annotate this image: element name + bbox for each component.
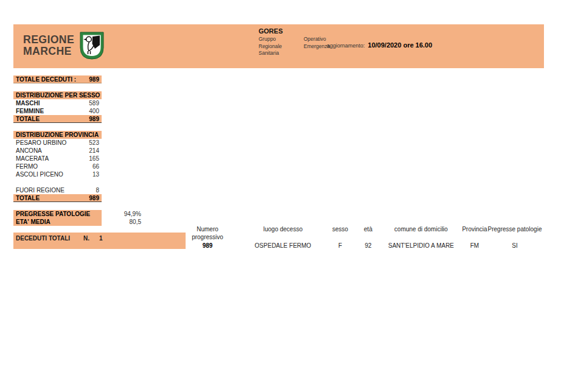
gores-block: GORES Gruppo Operativo Regionale Emergen… [259, 27, 330, 56]
pathologies-age-section: PREGRESSE PATOLOGIE ETA' MEDIA 94,9% 80,… [13, 210, 159, 226]
table-value-luogo-decesso: OSPEDALE FERMO [244, 242, 322, 250]
update-label: aggiornamento: [327, 43, 365, 49]
fuori-regione-value: 8 [96, 186, 99, 194]
province-distribution-header: DISTRIBUZIONE PROVINCIA [13, 131, 102, 139]
logo-text-line2: MARCHE [23, 46, 74, 57]
gores-word-emergenza: Emergenza [304, 44, 330, 49]
fermo-label: FERMO [16, 163, 38, 170]
table-value-sesso: F [325, 242, 355, 250]
macerata-label: MACERATA [16, 155, 49, 163]
pesaro-urbino-value: 523 [89, 139, 99, 147]
sex-row-maschi: MASCHI 589 [13, 99, 102, 107]
province-row-ancona: ANCONA 214 [13, 147, 102, 155]
table-column-comune-domicilio: comune di domicilio SANT'ELPIDIO A MARE [378, 225, 464, 250]
ancona-label: ANCONA [16, 147, 42, 155]
update-datetime: 10/09/2020 ore 16.00 [368, 41, 433, 49]
maschi-label: MASCHI [16, 99, 40, 107]
gores-word-regionale: Regionale [259, 44, 304, 49]
total-deaths-section: TOTALE DECEDUTI : 989 [13, 75, 102, 83]
province-row-fermo: FERMO 66 [13, 163, 102, 170]
province-total-value: 989 [89, 194, 99, 202]
deceduti-totali-label: DECEDUTI TOTALI [16, 234, 70, 242]
table-header-comune-domicilio: comune di domicilio [378, 225, 464, 241]
ascoli-piceno-value: 13 [92, 170, 99, 178]
regione-marche-logo: REGIONE MARCHE [23, 31, 105, 60]
pregresse-patologie-label: PREGRESSE PATOLOGIE [16, 210, 90, 218]
sex-distribution-header: DISTRIBUZIONE PER SESSO [13, 91, 102, 99]
sex-distribution-section: DISTRIBUZIONE PER SESSO MASCHI 589 FEMMI… [13, 91, 102, 123]
sex-total-row: TOTALE 989 [13, 115, 102, 123]
sex-distribution-title: DISTRIBUZIONE PER SESSO [16, 91, 100, 99]
table-value-comune-domicilio: SANT'ELPIDIO A MARE [378, 242, 464, 250]
pathologies-age-box: PREGRESSE PATOLOGIE ETA' MEDIA [13, 210, 102, 226]
ancona-value: 214 [89, 147, 99, 155]
province-empty-row [13, 178, 102, 186]
marche-shield-woodpecker-icon [79, 31, 105, 60]
province-row-macerata: MACERATA 165 [13, 155, 102, 163]
header-banner: REGIONE MARCHE GORES Gruppo Operativo Re… [13, 24, 544, 68]
fermo-value: 66 [92, 163, 99, 170]
deceduti-totali-n-label: N. [83, 234, 89, 242]
total-deaths-label: TOTALE DECEDUTI : [16, 75, 76, 83]
province-row-fuori-regione: FUORI REGIONE 8 [13, 186, 102, 194]
table-header-pregresse-patologie: Pregresse patologie [478, 225, 551, 241]
deceduti-totali-box: DECEDUTI TOTALI N. 1 [13, 233, 186, 249]
table-header-sesso: sesso [325, 225, 355, 241]
eta-media-value: 80,5 [116, 218, 141, 226]
table-column-pregresse-patologie: Pregresse patologie SI [478, 225, 551, 250]
total-deaths-row: TOTALE DECEDUTI : 989 [13, 75, 102, 83]
maschi-value: 589 [89, 99, 99, 107]
eta-media-row: ETA' MEDIA [13, 218, 102, 226]
fuori-regione-label: FUORI REGIONE [16, 186, 64, 194]
logo-text: REGIONE MARCHE [23, 34, 74, 57]
table-value-pregresse-patologie: SI [478, 242, 551, 250]
gores-word-operativo: Operativo [304, 37, 330, 42]
table-header-numero-progressivo: Numero progressivo [183, 225, 232, 241]
macerata-value: 165 [89, 155, 99, 163]
sex-total-label: TOTALE [16, 115, 40, 123]
femmine-label: FEMMINE [16, 107, 44, 115]
gores-title: GORES [259, 27, 330, 35]
update-timestamp: aggiornamento: 10/09/2020 ore 16.00 [327, 41, 432, 49]
pregresse-patologie-value: 94,9% [116, 210, 141, 218]
table-column-luogo-decesso: luogo decesso OSPEDALE FERMO [244, 225, 322, 250]
gores-report-page: REGIONE MARCHE GORES Gruppo Operativo Re… [0, 0, 561, 392]
table-column-numero-progressivo: Numero progressivo 989 [183, 225, 232, 250]
pregresse-patologie-row: PREGRESSE PATOLOGIE [13, 210, 102, 218]
province-total-row: TOTALE 989 [13, 194, 102, 202]
province-total-label: TOTALE [16, 194, 40, 202]
province-row-ascoli-piceno: ASCOLI PICENO 13 [13, 170, 102, 178]
table-column-sesso: sesso F [325, 225, 355, 250]
total-deaths-value: 989 [89, 75, 99, 83]
province-row-pesaro-urbino: PESARO URBINO 523 [13, 139, 102, 147]
table-value-numero-progressivo: 989 [183, 242, 232, 250]
sex-total-value: 989 [89, 115, 99, 123]
eta-media-label: ETA' MEDIA [16, 218, 51, 226]
gores-word-sanitaria: Sanitaria [259, 51, 304, 56]
table-header-luogo-decesso: luogo decesso [244, 225, 322, 241]
ascoli-piceno-label: ASCOLI PICENO [16, 170, 63, 178]
logo-text-line1: REGIONE [23, 34, 74, 46]
province-distribution-section: DISTRIBUZIONE PROVINCIA PESARO URBINO 52… [13, 131, 102, 202]
gores-word-gruppo: Gruppo [259, 37, 304, 42]
deceduti-totali-n-value: 1 [99, 234, 103, 242]
gores-acronym-words: Gruppo Operativo Regionale Emergenza San… [259, 37, 330, 56]
sex-row-femmine: FEMMINE 400 [13, 107, 102, 115]
pesaro-urbino-label: PESARO URBINO [16, 139, 66, 147]
province-distribution-title: DISTRIBUZIONE PROVINCIA [16, 131, 99, 139]
femmine-value: 400 [89, 107, 99, 115]
